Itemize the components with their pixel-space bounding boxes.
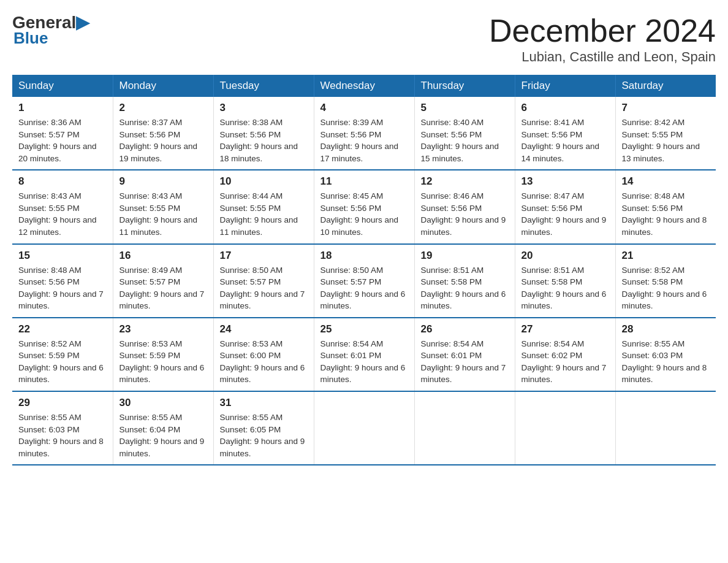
day-number: 5 (421, 102, 509, 114)
day-number: 9 (119, 175, 207, 188)
calendar-day-cell: 31 Sunrise: 8:55 AM Sunset: 6:05 PM Dayl… (213, 391, 314, 465)
day-info: Sunrise: 8:54 AM Sunset: 6:02 PM Dayligh… (521, 338, 609, 386)
day-info: Sunrise: 8:47 AM Sunset: 5:56 PM Dayligh… (521, 190, 609, 238)
day-info: Sunrise: 8:51 AM Sunset: 5:58 PM Dayligh… (521, 264, 609, 312)
title-section: December 2024 Lubian, Castille and Leon,… (489, 12, 716, 65)
calendar-day-cell: 25 Sunrise: 8:54 AM Sunset: 6:01 PM Dayl… (314, 318, 414, 391)
day-number: 22 (18, 323, 107, 335)
calendar-day-cell: 26 Sunrise: 8:54 AM Sunset: 6:01 PM Dayl… (414, 318, 515, 391)
calendar-day-cell: 9 Sunrise: 8:43 AM Sunset: 5:55 PM Dayli… (113, 170, 213, 243)
day-number: 10 (220, 175, 308, 188)
day-info: Sunrise: 8:45 AM Sunset: 5:56 PM Dayligh… (320, 190, 408, 238)
weekday-header-sunday: Sunday (12, 75, 113, 97)
weekday-header-saturday: Saturday (615, 75, 716, 97)
day-number: 11 (320, 175, 408, 188)
day-number: 27 (521, 323, 609, 335)
calendar-week-row: 1 Sunrise: 8:36 AM Sunset: 5:57 PM Dayli… (12, 97, 716, 170)
day-number: 19 (421, 250, 509, 262)
calendar-day-cell: 12 Sunrise: 8:46 AM Sunset: 5:56 PM Dayl… (414, 170, 515, 243)
day-info: Sunrise: 8:48 AM Sunset: 5:56 PM Dayligh… (18, 264, 107, 312)
day-info: Sunrise: 8:52 AM Sunset: 5:59 PM Dayligh… (18, 338, 107, 386)
day-number: 12 (421, 175, 509, 188)
month-title: December 2024 (489, 12, 716, 49)
day-info: Sunrise: 8:44 AM Sunset: 5:55 PM Dayligh… (220, 190, 308, 238)
day-number: 30 (119, 397, 207, 409)
weekday-header-tuesday: Tuesday (213, 75, 314, 97)
day-number: 14 (622, 175, 710, 188)
day-number: 24 (220, 323, 308, 335)
page-header: General ▶ Blue December 2024 Lubian, Cas… (12, 12, 716, 65)
calendar-day-cell (314, 391, 414, 465)
day-info: Sunrise: 8:49 AM Sunset: 5:57 PM Dayligh… (119, 264, 207, 312)
calendar-day-cell (414, 391, 515, 465)
day-info: Sunrise: 8:39 AM Sunset: 5:56 PM Dayligh… (320, 117, 408, 164)
day-info: Sunrise: 8:40 AM Sunset: 5:56 PM Dayligh… (421, 117, 509, 164)
calendar-day-cell: 6 Sunrise: 8:41 AM Sunset: 5:56 PM Dayli… (515, 97, 615, 170)
day-number: 2 (119, 102, 207, 114)
calendar-day-cell: 2 Sunrise: 8:37 AM Sunset: 5:56 PM Dayli… (113, 97, 213, 170)
day-number: 23 (119, 323, 207, 335)
day-info: Sunrise: 8:50 AM Sunset: 5:57 PM Dayligh… (320, 264, 408, 312)
day-number: 6 (521, 102, 609, 114)
calendar-day-cell: 22 Sunrise: 8:52 AM Sunset: 5:59 PM Dayl… (12, 318, 113, 391)
calendar-day-cell: 14 Sunrise: 8:48 AM Sunset: 5:56 PM Dayl… (615, 170, 716, 243)
day-number: 7 (622, 102, 710, 114)
day-info: Sunrise: 8:50 AM Sunset: 5:57 PM Dayligh… (220, 264, 308, 312)
day-number: 8 (18, 175, 107, 188)
day-info: Sunrise: 8:37 AM Sunset: 5:56 PM Dayligh… (119, 117, 207, 164)
calendar-day-cell: 18 Sunrise: 8:50 AM Sunset: 5:57 PM Dayl… (314, 244, 414, 318)
day-info: Sunrise: 8:43 AM Sunset: 5:55 PM Dayligh… (119, 190, 207, 238)
calendar-day-cell: 5 Sunrise: 8:40 AM Sunset: 5:56 PM Dayli… (414, 97, 515, 170)
calendar-day-cell (615, 391, 716, 465)
logo-blue-text: ▶ (76, 12, 89, 33)
calendar-table: SundayMondayTuesdayWednesdayThursdayFrid… (12, 75, 716, 465)
calendar-day-cell (515, 391, 615, 465)
day-info: Sunrise: 8:53 AM Sunset: 5:59 PM Dayligh… (119, 338, 207, 386)
calendar-day-cell: 15 Sunrise: 8:48 AM Sunset: 5:56 PM Dayl… (12, 244, 113, 318)
calendar-day-cell: 23 Sunrise: 8:53 AM Sunset: 5:59 PM Dayl… (113, 318, 213, 391)
calendar-day-cell: 21 Sunrise: 8:52 AM Sunset: 5:58 PM Dayl… (615, 244, 716, 318)
day-info: Sunrise: 8:41 AM Sunset: 5:56 PM Dayligh… (521, 117, 609, 164)
calendar-week-row: 8 Sunrise: 8:43 AM Sunset: 5:55 PM Dayli… (12, 170, 716, 243)
day-number: 13 (521, 175, 609, 188)
day-info: Sunrise: 8:52 AM Sunset: 5:58 PM Dayligh… (622, 264, 710, 312)
day-info: Sunrise: 8:48 AM Sunset: 5:56 PM Dayligh… (622, 190, 710, 238)
calendar-day-cell: 3 Sunrise: 8:38 AM Sunset: 5:56 PM Dayli… (213, 97, 314, 170)
day-info: Sunrise: 8:55 AM Sunset: 6:03 PM Dayligh… (18, 412, 107, 459)
calendar-week-row: 29 Sunrise: 8:55 AM Sunset: 6:03 PM Dayl… (12, 391, 716, 465)
calendar-day-cell: 4 Sunrise: 8:39 AM Sunset: 5:56 PM Dayli… (314, 97, 414, 170)
day-info: Sunrise: 8:46 AM Sunset: 5:56 PM Dayligh… (421, 190, 509, 238)
weekday-header-monday: Monday (113, 75, 213, 97)
location-title: Lubian, Castille and Leon, Spain (489, 49, 716, 65)
weekday-header-wednesday: Wednesday (314, 75, 414, 97)
day-info: Sunrise: 8:55 AM Sunset: 6:04 PM Dayligh… (119, 412, 207, 459)
logo-blue-word: Blue (13, 29, 48, 48)
calendar-day-cell: 19 Sunrise: 8:51 AM Sunset: 5:58 PM Dayl… (414, 244, 515, 318)
calendar-day-cell: 28 Sunrise: 8:55 AM Sunset: 6:03 PM Dayl… (615, 318, 716, 391)
calendar-day-cell: 11 Sunrise: 8:45 AM Sunset: 5:56 PM Dayl… (314, 170, 414, 243)
day-number: 29 (18, 397, 107, 409)
day-info: Sunrise: 8:51 AM Sunset: 5:58 PM Dayligh… (421, 264, 509, 312)
day-info: Sunrise: 8:55 AM Sunset: 6:05 PM Dayligh… (220, 412, 308, 459)
day-number: 21 (622, 250, 710, 262)
day-info: Sunrise: 8:54 AM Sunset: 6:01 PM Dayligh… (421, 338, 509, 386)
day-number: 20 (521, 250, 609, 262)
day-number: 17 (220, 250, 308, 262)
weekday-header-friday: Friday (515, 75, 615, 97)
calendar-day-cell: 13 Sunrise: 8:47 AM Sunset: 5:56 PM Dayl… (515, 170, 615, 243)
weekday-header-row: SundayMondayTuesdayWednesdayThursdayFrid… (12, 75, 716, 97)
calendar-day-cell: 24 Sunrise: 8:53 AM Sunset: 6:00 PM Dayl… (213, 318, 314, 391)
day-number: 18 (320, 250, 408, 262)
day-number: 25 (320, 323, 408, 335)
day-info: Sunrise: 8:38 AM Sunset: 5:56 PM Dayligh… (220, 117, 308, 164)
day-number: 26 (421, 323, 509, 335)
calendar-day-cell: 20 Sunrise: 8:51 AM Sunset: 5:58 PM Dayl… (515, 244, 615, 318)
calendar-day-cell: 29 Sunrise: 8:55 AM Sunset: 6:03 PM Dayl… (12, 391, 113, 465)
calendar-day-cell: 8 Sunrise: 8:43 AM Sunset: 5:55 PM Dayli… (12, 170, 113, 243)
calendar-day-cell: 27 Sunrise: 8:54 AM Sunset: 6:02 PM Dayl… (515, 318, 615, 391)
day-info: Sunrise: 8:42 AM Sunset: 5:55 PM Dayligh… (622, 117, 710, 164)
day-number: 28 (622, 323, 710, 335)
day-number: 15 (18, 250, 107, 262)
day-number: 3 (220, 102, 308, 114)
logo: General ▶ Blue (12, 12, 89, 48)
